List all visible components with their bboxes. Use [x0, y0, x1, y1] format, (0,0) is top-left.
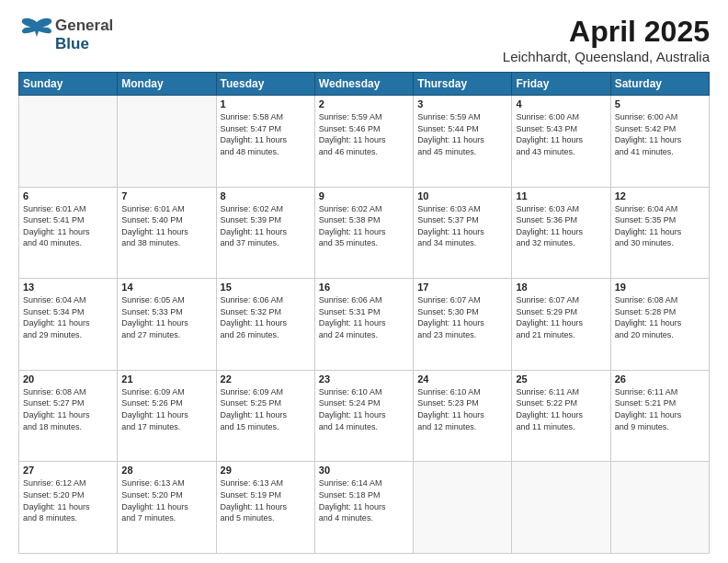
day-number: 24: [417, 373, 507, 385]
calendar-week-2: 6Sunrise: 6:01 AM Sunset: 5:41 PM Daylig…: [19, 187, 710, 279]
calendar-header-thursday: Thursday: [414, 73, 512, 96]
day-number: 10: [417, 190, 507, 201]
calendar-cell: 17Sunrise: 6:07 AM Sunset: 5:30 PM Dayli…: [414, 279, 512, 371]
logo-icon: [18, 15, 55, 55]
day-info: Sunrise: 6:00 AM Sunset: 5:43 PM Dayligh…: [516, 111, 606, 157]
logo-general: General: [55, 17, 113, 35]
day-info: Sunrise: 6:08 AM Sunset: 5:27 PM Dayligh…: [23, 386, 113, 432]
calendar-cell: 27Sunrise: 6:12 AM Sunset: 5:20 PM Dayli…: [19, 462, 118, 554]
calendar-cell: 13Sunrise: 6:04 AM Sunset: 5:34 PM Dayli…: [19, 279, 118, 371]
calendar-cell: 24Sunrise: 6:10 AM Sunset: 5:23 PM Dayli…: [414, 370, 512, 462]
header: General Blue April 2025 Leichhardt, Quee…: [18, 15, 710, 64]
calendar-week-3: 13Sunrise: 6:04 AM Sunset: 5:34 PM Dayli…: [19, 279, 710, 371]
calendar-header-tuesday: Tuesday: [216, 73, 314, 96]
day-number: 15: [221, 282, 311, 293]
day-info: Sunrise: 6:02 AM Sunset: 5:38 PM Dayligh…: [319, 203, 409, 249]
calendar-cell: 4Sunrise: 6:00 AM Sunset: 5:43 PM Daylig…: [512, 96, 610, 188]
calendar-header-row: SundayMondayTuesdayWednesdayThursdayFrid…: [19, 73, 710, 96]
day-number: 1: [221, 98, 311, 109]
calendar-cell: 28Sunrise: 6:13 AM Sunset: 5:20 PM Dayli…: [118, 462, 216, 554]
day-number: 6: [23, 190, 113, 201]
day-info: Sunrise: 5:59 AM Sunset: 5:46 PM Dayligh…: [319, 111, 409, 157]
calendar-cell: 21Sunrise: 6:09 AM Sunset: 5:26 PM Dayli…: [118, 370, 216, 462]
calendar-cell: 23Sunrise: 6:10 AM Sunset: 5:24 PM Dayli…: [314, 370, 413, 462]
day-number: 16: [319, 282, 409, 293]
calendar-cell: 26Sunrise: 6:11 AM Sunset: 5:21 PM Dayli…: [610, 370, 709, 462]
calendar-header-sunday: Sunday: [19, 73, 118, 96]
day-number: 2: [319, 98, 409, 109]
day-info: Sunrise: 6:13 AM Sunset: 5:19 PM Dayligh…: [221, 477, 311, 523]
day-number: 29: [221, 465, 311, 476]
calendar-cell: 30Sunrise: 6:14 AM Sunset: 5:18 PM Dayli…: [314, 462, 413, 554]
day-number: 12: [615, 190, 705, 201]
day-info: Sunrise: 6:04 AM Sunset: 5:35 PM Dayligh…: [615, 203, 705, 249]
day-info: Sunrise: 6:10 AM Sunset: 5:23 PM Dayligh…: [417, 386, 507, 432]
calendar-cell: 19Sunrise: 6:08 AM Sunset: 5:28 PM Dayli…: [610, 279, 709, 371]
calendar-cell: 22Sunrise: 6:09 AM Sunset: 5:25 PM Dayli…: [216, 370, 314, 462]
day-info: Sunrise: 6:06 AM Sunset: 5:32 PM Dayligh…: [221, 294, 311, 340]
calendar-cell: 2Sunrise: 5:59 AM Sunset: 5:46 PM Daylig…: [314, 96, 413, 188]
day-info: Sunrise: 6:09 AM Sunset: 5:25 PM Dayligh…: [221, 386, 311, 432]
day-info: Sunrise: 5:59 AM Sunset: 5:44 PM Dayligh…: [417, 111, 507, 157]
day-info: Sunrise: 6:13 AM Sunset: 5:20 PM Dayligh…: [121, 477, 211, 523]
day-number: 9: [319, 190, 409, 201]
day-info: Sunrise: 6:01 AM Sunset: 5:41 PM Dayligh…: [23, 203, 113, 249]
day-number: 11: [516, 190, 606, 201]
calendar-week-1: 1Sunrise: 5:58 AM Sunset: 5:47 PM Daylig…: [19, 96, 710, 188]
calendar-cell: 16Sunrise: 6:06 AM Sunset: 5:31 PM Dayli…: [314, 279, 413, 371]
day-number: 19: [615, 282, 705, 293]
day-number: 14: [121, 282, 211, 293]
day-info: Sunrise: 6:07 AM Sunset: 5:30 PM Dayligh…: [417, 294, 507, 340]
logo: General Blue: [18, 15, 113, 55]
day-info: Sunrise: 6:00 AM Sunset: 5:42 PM Dayligh…: [615, 111, 705, 157]
calendar-cell: 11Sunrise: 6:03 AM Sunset: 5:36 PM Dayli…: [512, 187, 610, 279]
title-area: April 2025 Leichhardt, Queensland, Austr…: [503, 15, 710, 64]
day-number: 21: [121, 373, 211, 385]
calendar-cell: [19, 96, 118, 188]
calendar-cell: 12Sunrise: 6:04 AM Sunset: 5:35 PM Dayli…: [610, 187, 709, 279]
page: General Blue April 2025 Leichhardt, Quee…: [0, 0, 728, 563]
day-number: 23: [319, 373, 409, 385]
day-number: 20: [23, 373, 113, 385]
calendar-week-5: 27Sunrise: 6:12 AM Sunset: 5:20 PM Dayli…: [19, 462, 710, 554]
calendar-table: SundayMondayTuesdayWednesdayThursdayFrid…: [18, 72, 710, 554]
logo-text-block: General Blue: [55, 17, 113, 53]
day-number: 17: [417, 282, 507, 293]
calendar-cell: 25Sunrise: 6:11 AM Sunset: 5:22 PM Dayli…: [512, 370, 610, 462]
day-number: 25: [516, 373, 606, 385]
day-number: 3: [417, 98, 507, 109]
day-info: Sunrise: 6:01 AM Sunset: 5:40 PM Dayligh…: [121, 203, 211, 249]
day-number: 5: [615, 98, 705, 109]
calendar-cell: [512, 462, 610, 554]
day-info: Sunrise: 6:04 AM Sunset: 5:34 PM Dayligh…: [23, 294, 113, 340]
calendar-cell: 10Sunrise: 6:03 AM Sunset: 5:37 PM Dayli…: [414, 187, 512, 279]
calendar-header-saturday: Saturday: [610, 73, 709, 96]
day-number: 18: [516, 282, 606, 293]
day-number: 8: [221, 190, 311, 201]
calendar-cell: 14Sunrise: 6:05 AM Sunset: 5:33 PM Dayli…: [118, 279, 216, 371]
calendar-cell: 5Sunrise: 6:00 AM Sunset: 5:42 PM Daylig…: [610, 96, 709, 188]
day-info: Sunrise: 6:05 AM Sunset: 5:33 PM Dayligh…: [121, 294, 211, 340]
day-number: 28: [121, 465, 211, 476]
calendar-cell: 29Sunrise: 6:13 AM Sunset: 5:19 PM Dayli…: [216, 462, 314, 554]
calendar-header-monday: Monday: [118, 73, 216, 96]
day-info: Sunrise: 6:12 AM Sunset: 5:20 PM Dayligh…: [23, 477, 113, 523]
day-info: Sunrise: 6:09 AM Sunset: 5:26 PM Dayligh…: [121, 386, 211, 432]
day-info: Sunrise: 6:03 AM Sunset: 5:37 PM Dayligh…: [417, 203, 507, 249]
subtitle: Leichhardt, Queensland, Australia: [503, 49, 710, 64]
calendar-cell: 18Sunrise: 6:07 AM Sunset: 5:29 PM Dayli…: [512, 279, 610, 371]
day-info: Sunrise: 6:11 AM Sunset: 5:21 PM Dayligh…: [615, 386, 705, 432]
day-info: Sunrise: 6:11 AM Sunset: 5:22 PM Dayligh…: [516, 386, 606, 432]
calendar-cell: 15Sunrise: 6:06 AM Sunset: 5:32 PM Dayli…: [216, 279, 314, 371]
logo-blue: Blue: [55, 35, 89, 52]
calendar-cell: [118, 96, 216, 188]
calendar-cell: 3Sunrise: 5:59 AM Sunset: 5:44 PM Daylig…: [414, 96, 512, 188]
calendar-cell: 20Sunrise: 6:08 AM Sunset: 5:27 PM Dayli…: [19, 370, 118, 462]
day-number: 27: [23, 465, 113, 476]
calendar-cell: [414, 462, 512, 554]
day-number: 26: [615, 373, 705, 385]
calendar-header-friday: Friday: [512, 73, 610, 96]
day-info: Sunrise: 6:14 AM Sunset: 5:18 PM Dayligh…: [319, 477, 409, 523]
calendar-cell: [610, 462, 709, 554]
day-info: Sunrise: 6:06 AM Sunset: 5:31 PM Dayligh…: [319, 294, 409, 340]
